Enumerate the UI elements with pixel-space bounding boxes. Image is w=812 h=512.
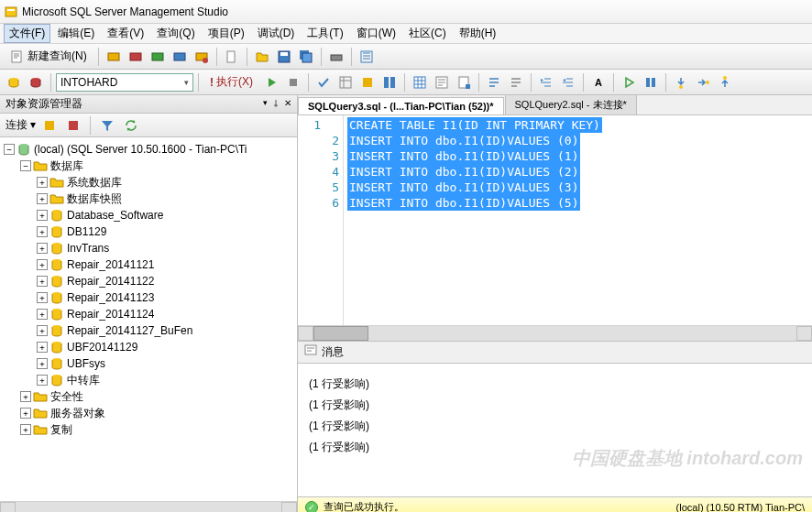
- tree-databases[interactable]: −数据库: [2, 158, 295, 174]
- tb2-icon-14[interactable]: A: [588, 72, 609, 93]
- menu-help[interactable]: 帮助(H): [454, 24, 502, 43]
- toolbar-query: INTOHARD ! 执行(X) A: [0, 70, 812, 95]
- close-icon[interactable]: ✕: [284, 98, 291, 111]
- tb2-icon-5[interactable]: [335, 72, 356, 93]
- tree-db[interactable]: +Repair_20141123: [2, 289, 295, 306]
- menu-community[interactable]: 社区(C): [403, 24, 452, 43]
- tb2-icon-2[interactable]: [26, 72, 46, 93]
- tree-db[interactable]: +UBF20141129: [2, 339, 295, 355]
- messages-panel: 消息 (1 行受影响) (1 行受影响) (1 行受影响) (1 行受影响): [298, 341, 812, 496]
- menu-query[interactable]: 查询(Q): [151, 24, 200, 43]
- svg-point-30: [706, 81, 709, 84]
- uncomment-icon[interactable]: [506, 72, 526, 93]
- line-gutter: 123456: [298, 115, 344, 325]
- app-icon: [4, 5, 18, 19]
- tb2-icon-15[interactable]: [619, 72, 639, 93]
- pin-icon[interactable]: [271, 98, 280, 111]
- tb-icon-5[interactable]: [192, 47, 212, 67]
- menu-edit[interactable]: 编辑(E): [52, 24, 100, 43]
- new-query-button[interactable]: 新建查询(N): [4, 47, 93, 67]
- menu-window[interactable]: 窗口(W): [351, 24, 401, 43]
- messages-tab[interactable]: 消息: [322, 344, 344, 360]
- tree-replication[interactable]: +复制: [2, 421, 295, 438]
- dropdown-icon[interactable]: ▾: [263, 98, 268, 111]
- svg-rect-11: [280, 52, 288, 56]
- tree-root[interactable]: −(local) (SQL Server 10.50.1600 - Tian-P…: [2, 141, 295, 158]
- results-text-icon[interactable]: [432, 72, 452, 93]
- tree-security[interactable]: +安全性: [2, 388, 295, 405]
- comment-icon[interactable]: [484, 72, 504, 93]
- tree-snapshot[interactable]: +数据库快照: [2, 191, 295, 207]
- tree-db[interactable]: +Repair_20141127_BuFen: [2, 322, 295, 339]
- tb2-icon-1[interactable]: [4, 72, 24, 93]
- content-area: SQLQuery3.sql - (l...Tian-PC\Tian (52))*…: [298, 95, 812, 512]
- messages-tabs: 消息: [298, 342, 812, 364]
- save-icon[interactable]: [274, 47, 294, 67]
- tree-db[interactable]: +DB1129: [2, 223, 295, 240]
- stop-icon[interactable]: [283, 72, 303, 93]
- menu-file[interactable]: 文件(F): [4, 24, 50, 43]
- tb2-icon-18[interactable]: [693, 72, 713, 93]
- tree-db[interactable]: +Repair_20141124: [2, 306, 295, 322]
- tb-icon-3[interactable]: [148, 47, 168, 67]
- sql-editor[interactable]: 123456 CREATE TABLE I1(ID INT PRIMARY KE…: [298, 115, 812, 325]
- tree[interactable]: −(local) (SQL Server 10.50.1600 - Tian-P…: [0, 137, 297, 501]
- tb2-icon-19[interactable]: [715, 72, 735, 93]
- debug-icon[interactable]: [261, 72, 281, 93]
- svg-rect-0: [5, 7, 16, 16]
- toolbar-main: 新建查询(N): [0, 44, 812, 70]
- tree-db[interactable]: +InvTrans: [2, 240, 295, 256]
- tree-db[interactable]: +Repair_20141122: [2, 273, 295, 289]
- tb2-icon-7[interactable]: [379, 72, 400, 93]
- tab-query3[interactable]: SQLQuery3.sql - (l...Tian-PC\Tian (52))*: [298, 97, 504, 114]
- scrollbar-h[interactable]: [0, 501, 297, 512]
- code-area[interactable]: CREATE TABLE I1(ID INT PRIMARY KEY) INSE…: [344, 115, 606, 325]
- folder-icon: [49, 175, 64, 190]
- tb2-icon-16[interactable]: [641, 72, 661, 93]
- tb-icon-6[interactable]: [222, 47, 242, 67]
- filter-icon[interactable]: [97, 115, 117, 136]
- database-icon: [49, 208, 64, 223]
- database-icon: [49, 274, 64, 289]
- svg-rect-6: [174, 53, 185, 60]
- indent-icon[interactable]: [536, 72, 556, 93]
- database-combo[interactable]: INTOHARD: [56, 73, 193, 92]
- outdent-icon[interactable]: [558, 72, 578, 93]
- menu-tools[interactable]: 工具(T): [302, 24, 348, 43]
- messages-body[interactable]: (1 行受影响) (1 行受影响) (1 行受影响) (1 行受影响): [298, 364, 812, 496]
- message-line: (1 行受影响): [309, 376, 801, 392]
- tb-icon-7[interactable]: [326, 47, 346, 67]
- editor-scrollbar-h[interactable]: [298, 325, 812, 341]
- tb-icon-1[interactable]: [104, 47, 124, 67]
- menu-debug[interactable]: 调试(D): [252, 24, 301, 43]
- tree-db[interactable]: +Repair_20141121: [2, 256, 295, 273]
- save-all-icon[interactable]: [296, 47, 316, 67]
- connect-icon-2[interactable]: [63, 115, 83, 136]
- tree-db[interactable]: +Database_Software: [2, 207, 295, 223]
- tree-sysdb[interactable]: +系统数据库: [2, 174, 295, 191]
- menu-view[interactable]: 查看(V): [102, 24, 149, 43]
- results-grid-icon[interactable]: [410, 72, 430, 93]
- connect-icon-1[interactable]: [39, 115, 60, 136]
- menu-project[interactable]: 项目(P): [203, 24, 250, 43]
- svg-rect-26: [466, 84, 470, 89]
- tb-icon-8[interactable]: [357, 47, 377, 67]
- connect-button[interactable]: 连接 ▾: [5, 117, 36, 133]
- database-icon: [49, 241, 64, 256]
- tb2-icon-17[interactable]: [671, 72, 691, 93]
- folder-icon: [33, 158, 48, 173]
- results-file-icon[interactable]: [454, 72, 474, 93]
- tb-icon-2[interactable]: [126, 47, 146, 67]
- open-icon[interactable]: [252, 47, 272, 67]
- tree-db[interactable]: +UBFsys: [2, 355, 295, 372]
- tb2-icon-6[interactable]: [357, 72, 378, 93]
- tree-db[interactable]: +中转库: [2, 372, 295, 388]
- parse-icon[interactable]: [313, 72, 334, 93]
- tree-serverobj[interactable]: +服务器对象: [2, 405, 295, 421]
- refresh-icon[interactable]: [121, 115, 141, 136]
- database-icon: [49, 257, 64, 272]
- tb-icon-4[interactable]: [170, 47, 190, 67]
- execute-button[interactable]: ! 执行(X): [203, 72, 259, 93]
- database-icon: [49, 290, 64, 305]
- tab-query2[interactable]: SQLQuery2.sql - 未连接*: [505, 94, 637, 114]
